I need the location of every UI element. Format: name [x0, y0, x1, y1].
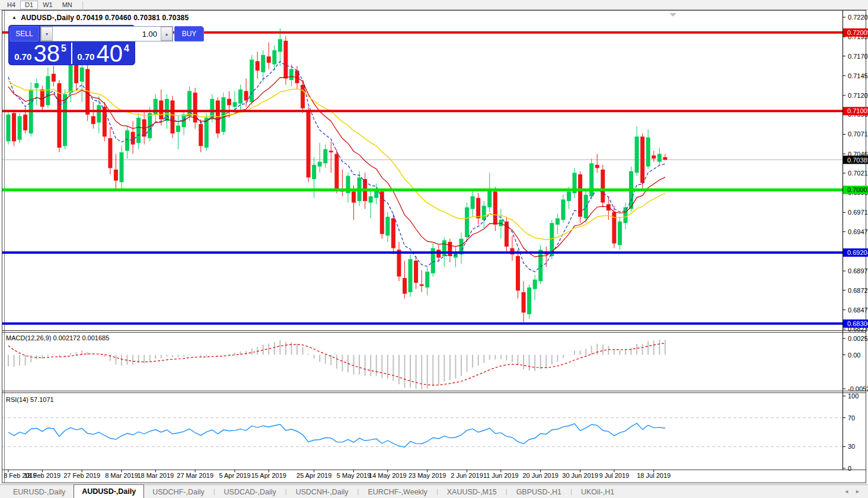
rsi-panel[interactable] [2, 418, 843, 448]
tab-usdcad-daily[interactable]: USDCAD-,Daily [216, 486, 285, 498]
sell-price-digits: 38 [33, 43, 60, 63]
svg-text:0.71455: 0.71455 [848, 72, 868, 79]
svg-text:8 Mar 2019: 8 Mar 2019 [105, 472, 138, 479]
svg-text:23 May 2019: 23 May 2019 [409, 472, 446, 479]
sell-price-pipette: 5 [61, 43, 66, 54]
tab-navigation: ◄► [841, 489, 863, 494]
tab-usdchf-daily[interactable]: USDCHF-,Daily [144, 486, 213, 498]
svg-text:0.68725: 0.68725 [848, 287, 868, 294]
svg-text:20 Jun 2019: 20 Jun 2019 [522, 472, 559, 479]
chart-canvas[interactable]: 0.722000.719500.717050.714550.712050.709… [0, 10, 868, 484]
tab-gbpusd-h1[interactable]: GBPUSD-,H1 [508, 486, 570, 498]
svg-text:18 Jul 2019: 18 Jul 2019 [637, 472, 671, 479]
sell-price-prefix: 0.70 [14, 52, 31, 62]
tab-audusd-daily[interactable]: AUDUSD-,Daily [74, 484, 144, 498]
svg-text:0.69715: 0.69715 [848, 209, 868, 216]
svg-text:0.68475: 0.68475 [848, 307, 868, 314]
trade-panel: SELL ▼ ▲ BUY 0.70 38 5 0.70 40 4 [8, 25, 135, 65]
volume-increase-button[interactable]: ▲ [161, 27, 173, 41]
tab-eurusd-daily[interactable]: EURUSD-,Daily [5, 486, 74, 498]
toolbar-separator [82, 1, 83, 9]
svg-text:100: 100 [848, 392, 859, 400]
svg-text:0.68300: 0.68300 [847, 320, 868, 327]
svg-text:11 Jun 2019: 11 Jun 2019 [483, 472, 519, 479]
date-axis: 8 Feb 201918 Feb 201927 Feb 20198 Mar 20… [4, 470, 671, 480]
svg-text:0.68970: 0.68970 [848, 267, 868, 274]
buy-price-prefix: 0.70 [77, 52, 94, 62]
volume-decrease-button[interactable]: ▼ [41, 27, 53, 41]
svg-text:27 Mar 2019: 27 Mar 2019 [177, 472, 213, 479]
tab-eurchf-weekly[interactable]: EURCHF-,Weekly [359, 486, 435, 498]
tab-usdcnh-daily[interactable]: USDCNH-,Daily [288, 486, 357, 498]
macd-panel[interactable] [8, 340, 665, 390]
symbol-tabbar: EURUSD-,DailyAUDUSD-,DailyUSDCHF-,Daily|… [0, 484, 868, 498]
buy-button[interactable]: BUY [174, 26, 204, 42]
timeframe-toolbar: H4D1W1MN [0, 0, 868, 10]
chevron-up-icon: ▲ [165, 32, 169, 36]
timeframe-button-d1[interactable]: D1 [20, 1, 38, 9]
candlestick-series [7, 28, 668, 323]
svg-text:14 May 2019: 14 May 2019 [369, 472, 407, 479]
buy-price-display[interactable]: 0.70 40 4 [72, 42, 134, 65]
price-axis: 0.722000.719500.717050.714550.712050.709… [843, 14, 868, 472]
svg-text:9 Jul 2019: 9 Jul 2019 [599, 472, 629, 479]
svg-text:0.71205: 0.71205 [848, 92, 868, 99]
svg-text:0.70710: 0.70710 [848, 130, 868, 138]
chart-title-text: AUDUSD-,Daily 0.70419 0.70460 0.70381 0.… [21, 14, 189, 22]
chart-window-frame [2, 11, 866, 483]
volume-input[interactable] [53, 27, 161, 41]
timeframe-button-h4[interactable]: H4 [2, 1, 20, 9]
svg-text:-0.005234: -0.005234 [848, 385, 868, 392]
buy-price-pipette: 4 [124, 43, 129, 54]
svg-text:0.71705: 0.71705 [848, 53, 868, 60]
chart-shift-marker [669, 13, 676, 17]
svg-text:0.69204: 0.69204 [847, 249, 868, 256]
svg-text:0.002524: 0.002524 [848, 335, 868, 342]
svg-text:5 Apr 2019: 5 Apr 2019 [219, 472, 250, 479]
tab-scroll-right-icon[interactable]: ► [852, 489, 863, 494]
svg-text:0.69470: 0.69470 [848, 228, 868, 235]
macd-histogram [8, 340, 665, 390]
rsi-line [8, 423, 665, 447]
svg-text:18 Feb 2019: 18 Feb 2019 [24, 472, 60, 479]
svg-text:25 Apr 2019: 25 Apr 2019 [296, 472, 331, 479]
svg-text:0.70002: 0.70002 [847, 186, 868, 193]
svg-text:27 Feb 2019: 27 Feb 2019 [63, 472, 100, 479]
symbol-collapse-icon: ▲ [12, 15, 17, 20]
sell-button[interactable]: SELL [9, 26, 39, 42]
sell-price-display[interactable]: 0.70 38 5 [9, 42, 71, 65]
chevron-down-icon: ▼ [45, 32, 49, 36]
svg-text:0.00: 0.00 [848, 352, 860, 359]
tab-scroll-left-icon[interactable]: ◄ [841, 489, 852, 494]
volume-stepper: ▼ ▲ [40, 26, 173, 42]
svg-text:15 Apr 2019: 15 Apr 2019 [251, 472, 286, 479]
svg-text:70: 70 [848, 414, 855, 422]
svg-text:0.70385: 0.70385 [847, 157, 868, 164]
svg-text:5 May 2019: 5 May 2019 [337, 472, 371, 479]
svg-text:0.72005: 0.72005 [847, 29, 868, 36]
main-price-panel[interactable] [2, 28, 843, 324]
svg-text:18 Mar 2019: 18 Mar 2019 [137, 472, 174, 479]
timeframe-button-mn[interactable]: MN [58, 1, 77, 9]
svg-text:0.70215: 0.70215 [848, 170, 868, 177]
tab-xauusd-m15[interactable]: XAUUSD-,M15 [439, 486, 505, 498]
chart-title: ▲AUDUSD-,Daily 0.70419 0.70460 0.70381 0… [12, 14, 189, 22]
tab-ukoil-h1[interactable]: UKOil-,H1 [573, 486, 623, 498]
svg-text:0: 0 [848, 465, 851, 472]
buy-price-digits: 40 [96, 43, 123, 63]
svg-text:30: 30 [848, 443, 855, 450]
svg-text:30 Jun 2019: 30 Jun 2019 [562, 472, 598, 479]
svg-text:0.72200: 0.72200 [848, 14, 868, 21]
timeframe-button-w1[interactable]: W1 [38, 1, 58, 9]
svg-text:2 Jun 2019: 2 Jun 2019 [451, 472, 483, 479]
svg-text:0.71005: 0.71005 [847, 107, 868, 114]
